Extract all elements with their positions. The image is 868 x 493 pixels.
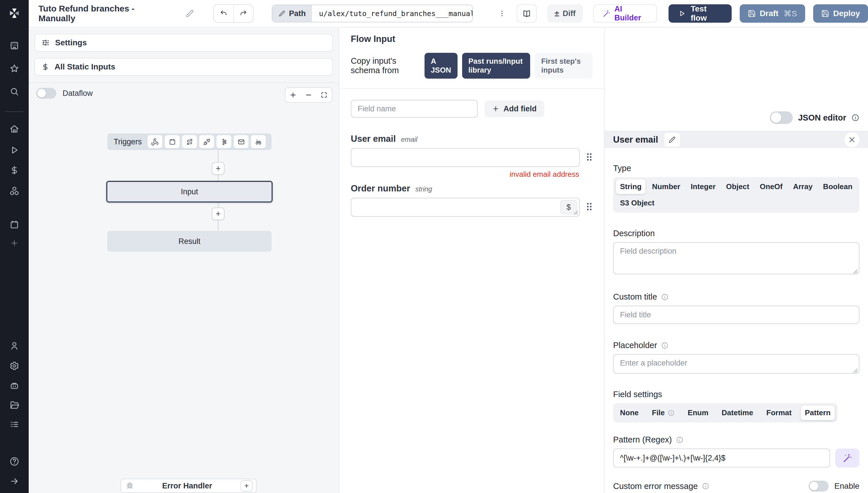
ai-pattern-button[interactable] [835, 449, 860, 468]
setting-option-format[interactable]: Format [762, 406, 796, 420]
copy-from-first-step-button[interactable]: First step's inputs [535, 53, 592, 79]
custom-title-input[interactable] [613, 306, 860, 324]
path-value[interactable]: u/alex/tuto_refund_branches___manually [312, 5, 473, 22]
calendar-icon [9, 220, 19, 230]
drag-handle-icon[interactable] [586, 202, 592, 211]
flow-graph: Dataflow Triggers [29, 83, 339, 493]
add-error-handler-button[interactable] [240, 480, 253, 492]
type-option-number[interactable]: Number [648, 179, 684, 194]
deploy-button[interactable]: Deploy [813, 4, 868, 23]
info-icon[interactable] [661, 342, 669, 349]
info-icon[interactable] [702, 483, 709, 490]
sidebar-item-folders[interactable] [0, 400, 29, 410]
sidebar-item-favorites[interactable] [0, 64, 29, 73]
type-option-s3-object[interactable]: S3 Object [616, 196, 658, 210]
close-inspector-button[interactable] [845, 132, 860, 147]
kafka-trigger-button[interactable] [216, 135, 231, 148]
diff-button[interactable]: ± Diff [547, 4, 583, 23]
setting-option-pattern[interactable]: Pattern [801, 406, 835, 420]
sidebar-item-variables[interactable] [0, 165, 29, 175]
copy-from-json-button[interactable]: A JSON [425, 53, 458, 79]
json-editor-row: JSON editor [605, 111, 868, 125]
info-icon[interactable] [661, 293, 669, 301]
schedule-trigger-button[interactable] [165, 135, 180, 148]
type-option-boolean[interactable]: Boolean [819, 179, 856, 194]
setting-option-none[interactable]: None [616, 406, 643, 420]
sidebar-item-search[interactable] [0, 87, 29, 97]
plus-icon [289, 91, 297, 99]
drag-handle-icon[interactable] [586, 153, 592, 161]
flow-settings-button[interactable]: Settings [35, 34, 333, 52]
custom-error-enable-toggle[interactable] [809, 481, 829, 492]
sidebar-expand[interactable] [0, 476, 29, 486]
input-node[interactable]: Input [106, 181, 273, 202]
type-option-integer[interactable]: Integer [686, 179, 720, 194]
triggers-node[interactable]: Triggers [107, 133, 272, 150]
json-editor-toggle[interactable] [770, 111, 793, 124]
order-number-input[interactable] [351, 198, 580, 217]
custom-title-text: Custom title [613, 292, 657, 302]
sidebar-item-users[interactable] [0, 341, 29, 351]
websocket-trigger-button[interactable] [199, 135, 214, 148]
zoom-out-button[interactable] [301, 88, 316, 102]
setting-option-file[interactable]: File [648, 406, 679, 420]
email-trigger-button[interactable] [234, 135, 249, 148]
cubes-icon [9, 186, 20, 196]
all-static-inputs-button[interactable]: All Static Inputs [35, 58, 333, 76]
rename-field-button[interactable] [664, 133, 680, 147]
pattern-regex-input[interactable] [613, 449, 830, 468]
setting-option-datetime[interactable]: Datetime [718, 406, 757, 420]
type-option-string[interactable]: String [616, 179, 645, 194]
info-icon[interactable] [676, 436, 683, 444]
test-flow-button[interactable]: Test flow [669, 4, 732, 23]
sidebar-item-add[interactable] [0, 239, 29, 248]
gear-icon [9, 361, 19, 371]
variable-picker-button[interactable]: $ [560, 200, 577, 214]
poll-trigger-button[interactable] [251, 135, 266, 148]
edit-title-button[interactable] [186, 9, 194, 18]
sidebar-item-runs[interactable] [0, 145, 29, 155]
field-name-input[interactable] [351, 100, 478, 117]
type-option-object[interactable]: Object [722, 179, 754, 194]
user-email-input[interactable] [351, 148, 580, 167]
sidebar-item-resources[interactable] [0, 186, 29, 196]
result-node[interactable]: Result [107, 231, 272, 252]
webhook-trigger-button[interactable] [148, 135, 163, 148]
dataflow-toggle[interactable] [36, 88, 56, 99]
fit-view-button[interactable] [316, 88, 332, 102]
redo-button[interactable] [233, 5, 253, 22]
sidebar-item-logs[interactable] [0, 420, 29, 429]
setting-option-enum[interactable]: Enum [684, 406, 713, 420]
info-icon[interactable] [851, 114, 860, 122]
docs-button[interactable] [517, 4, 537, 23]
more-menu-button[interactable] [498, 10, 506, 17]
sidebar-item-help[interactable] [0, 456, 29, 467]
flow-title: Tuto Refund branches - Manually [39, 4, 163, 23]
book-icon [523, 9, 531, 18]
type-option-oneof[interactable]: OneOf [756, 179, 786, 194]
ai-builder-label: AI Builder [615, 5, 648, 22]
description-textarea[interactable] [613, 242, 860, 274]
panel-title: Flow Input [351, 28, 592, 44]
add-step-button-bottom[interactable] [212, 208, 225, 220]
add-step-button-top[interactable] [212, 162, 225, 175]
path-chip[interactable]: Path [272, 5, 312, 22]
undo-button[interactable] [214, 5, 233, 22]
type-option-array[interactable]: Array [789, 179, 817, 194]
sidebar-item-settings[interactable] [0, 361, 29, 371]
sidebar-item-schedules[interactable] [0, 220, 29, 230]
zoom-in-button[interactable] [285, 88, 301, 102]
windmill-logo[interactable] [0, 6, 29, 20]
draft-button[interactable]: Draft ⌘S [740, 4, 805, 23]
route-trigger-button[interactable] [182, 135, 197, 148]
sidebar-item-home[interactable] [0, 124, 29, 134]
ai-builder-button[interactable]: AI Builder [593, 4, 657, 23]
error-handler-node[interactable]: Error Handler [121, 479, 257, 493]
save-icon [748, 9, 756, 18]
sidebar-item-workers[interactable] [0, 381, 29, 391]
placeholder-textarea[interactable] [613, 354, 860, 373]
copy-from-past-runs-button[interactable]: Past runs/Input library [462, 53, 530, 79]
sidebar-item-workspace[interactable] [0, 41, 29, 50]
topbar: Tuto Refund branches - Manually Path u/a… [29, 0, 868, 27]
add-field-button[interactable]: Add field [485, 101, 544, 117]
